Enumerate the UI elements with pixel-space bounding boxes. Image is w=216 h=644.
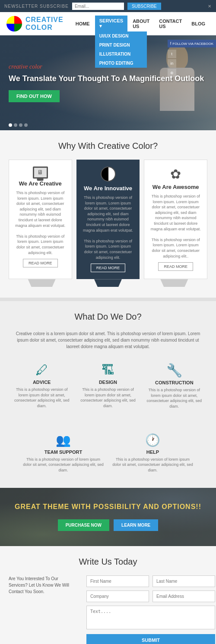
nav-about[interactable]: ABOUT US xyxy=(128,16,154,31)
monitor-icon: 🖥 xyxy=(33,166,48,179)
help-title: HELP xyxy=(112,449,193,455)
hero-social: f FOLLOW VIA FACEBOOK t in ⊛ xyxy=(168,40,216,77)
why-section: Why With Creative Color? 🖥 We Are Creati… xyxy=(0,130,216,298)
design-icon: 🏗 xyxy=(77,363,139,377)
nav-home[interactable]: HOME xyxy=(71,19,94,29)
contact-title: Write Us Today xyxy=(9,557,207,567)
form-row-2 xyxy=(86,591,215,602)
navbar: CREATIVE COLOR HOME SERVICES ▾ UI/UX DES… xyxy=(0,12,216,35)
service-design: 🏗 DESIGN This is a photoshop version of … xyxy=(75,358,141,413)
message-textarea[interactable] xyxy=(86,606,215,629)
contact-left: Are You Interested To Our Services? Let … xyxy=(9,575,78,644)
hero-dots xyxy=(9,123,28,127)
dropdown-uiux[interactable]: UI/UX DESIGN xyxy=(95,31,147,41)
card-awesome-readmore[interactable]: READ MORE xyxy=(158,262,193,271)
advice-title: ADVICE xyxy=(11,380,73,385)
purchase-button[interactable]: PURCHASE NOW xyxy=(58,519,109,531)
support-row: 👥 TEAM SUPPORT This is a photoshop versi… xyxy=(9,429,207,478)
form-row-1 xyxy=(86,575,215,587)
fb-icon: f xyxy=(170,41,172,46)
subscribe-button[interactable]: SUBSCRIBE xyxy=(127,3,161,10)
nav-services[interactable]: SERVICES ▾ UI/UX DESIGN PRINT DESIGN ILL… xyxy=(95,16,127,31)
email-input[interactable] xyxy=(152,591,215,602)
yin-yang-icon xyxy=(101,166,116,182)
support-team: 👥 TEAM SUPPORT This is a photoshop versi… xyxy=(19,429,108,478)
logo-icon xyxy=(6,16,22,31)
contact-row: Are You Interested To Our Services? Let … xyxy=(9,575,207,644)
connectors xyxy=(9,279,207,287)
team-support-title: TEAM SUPPORT xyxy=(23,449,104,455)
whatwedo-desc: Creative colore is a lorem ipsum dolor s… xyxy=(9,330,207,350)
rss-icon[interactable]: ⊛ xyxy=(168,69,176,77)
cta-title: GREAT THEME WITH POSSIBILITY AND OPTIONS… xyxy=(9,503,207,511)
card-awesome: ✿ We Are Awesome This is photoshop versi… xyxy=(144,160,207,279)
card-creative-text: This is photoshop version of lorem ipsum… xyxy=(14,190,67,255)
card-innovative-text: This is photoshop version of lorem ipsum… xyxy=(82,195,134,260)
firstname-input[interactable] xyxy=(86,575,149,587)
help-text: This is a photoshop version of lorem ips… xyxy=(112,457,193,473)
card-innovative-readmore[interactable]: READ MORE xyxy=(91,264,126,272)
newsletter-label: NEWSLETTER SUBSCRIBE xyxy=(4,4,69,9)
cta-bg xyxy=(0,488,216,546)
company-input[interactable] xyxy=(86,591,149,602)
social-icons: t in ⊛ xyxy=(168,50,216,77)
divider-1 xyxy=(0,298,216,301)
linkedin-icon[interactable]: in xyxy=(168,59,176,68)
support-section: 👥 TEAM SUPPORT This is a photoshop versi… xyxy=(0,424,216,488)
construction-text: This is a photoshop version of lorem ips… xyxy=(143,387,205,409)
nav-contact[interactable]: CONTACT US xyxy=(155,16,186,31)
team-icon: 👥 xyxy=(23,433,104,447)
service-advice: 🖊 ADVICE This is a photoshop version of … xyxy=(9,358,75,413)
dropdown-illustration[interactable]: ILLUSTRATION xyxy=(95,50,147,59)
logo-text[interactable]: CREATIVE COLOR xyxy=(25,16,71,31)
advice-text: This is a photoshop version of lorem ips… xyxy=(11,387,73,408)
card-awesome-title: We Are Awesome xyxy=(149,184,202,190)
card-creative: 🖥 We Are Creative This is photoshop vers… xyxy=(9,160,72,279)
close-icon[interactable]: ✕ xyxy=(208,4,212,9)
service-construction: 🔧 CONSTRUCTION This is a photoshop versi… xyxy=(141,358,207,413)
contact-desc: Are You Interested To Our Services? Let … xyxy=(9,575,78,595)
card-awesome-text: This is photoshop version of lorem ipsum… xyxy=(149,194,202,259)
twitter-icon[interactable]: t xyxy=(168,50,176,58)
fb-label: FOLLOW VIA FACEBOOK xyxy=(172,42,213,46)
dropdown-photo[interactable]: PHOTO EDITING xyxy=(95,59,147,68)
dot-4[interactable] xyxy=(24,123,28,127)
dot-2[interactable] xyxy=(14,123,17,127)
submit-button[interactable]: SUBMIT xyxy=(86,634,215,644)
dot-1[interactable] xyxy=(9,123,12,127)
dropdown-print[interactable]: PRINT DESIGN xyxy=(95,41,147,50)
team-support-text: This is a photoshop version of lorem ips… xyxy=(23,457,104,473)
services-dropdown: UI/UX DESIGN PRINT DESIGN ILLUSTRATION P… xyxy=(95,31,147,68)
advice-icon: 🖊 xyxy=(11,363,73,377)
construction-title: CONSTRUCTION xyxy=(143,380,205,385)
whatwedo-title: What Do We Do? xyxy=(9,312,207,322)
design-title: DESIGN xyxy=(77,380,139,385)
flower-icon: ✿ xyxy=(149,166,202,182)
facebook-badge[interactable]: f FOLLOW VIA FACEBOOK xyxy=(168,40,216,47)
services-row: 🖊 ADVICE This is a photoshop version of … xyxy=(9,358,207,413)
newsletter-input[interactable] xyxy=(72,3,124,10)
card-innovative: We Are Innovative This is photoshop vers… xyxy=(76,160,140,279)
design-text: This is a photoshop version of lorem ips… xyxy=(77,387,139,408)
card-creative-title: We Are Creative xyxy=(14,180,67,187)
construction-icon: 🔧 xyxy=(143,363,205,378)
cta-buttons: PURCHASE NOW LEARN MORE xyxy=(9,519,207,531)
contact-section: Write Us Today Are You Interested To Our… xyxy=(0,546,216,644)
hero-cta-button[interactable]: FIND OUT HOW xyxy=(9,90,60,102)
top-bar: NEWSLETTER SUBSCRIBE SUBSCRIBE ✕ xyxy=(0,0,216,12)
nav-links: HOME SERVICES ▾ UI/UX DESIGN PRINT DESIG… xyxy=(71,16,210,31)
whatwedo-section: What Do We Do? Creative colore is a lore… xyxy=(0,301,216,424)
lastname-input[interactable] xyxy=(152,575,215,587)
card-innovative-title: We Are Innovative xyxy=(82,185,134,192)
support-help: 🕐 HELP This is a photoshop version of lo… xyxy=(108,429,197,478)
dot-3[interactable] xyxy=(19,123,22,127)
card-creative-readmore[interactable]: READ MORE xyxy=(23,259,58,267)
nav-blog[interactable]: BLOG xyxy=(187,19,210,29)
cta-section: GREAT THEME WITH POSSIBILITY AND OPTIONS… xyxy=(0,488,216,546)
cards-row: 🖥 We Are Creative This is photoshop vers… xyxy=(9,160,207,279)
help-icon: 🕐 xyxy=(112,433,193,447)
contact-form: SUBMIT xyxy=(86,575,215,644)
learnmore-button[interactable]: LEARN MORE xyxy=(114,519,158,531)
why-title: Why With Creative Color? xyxy=(9,141,207,151)
